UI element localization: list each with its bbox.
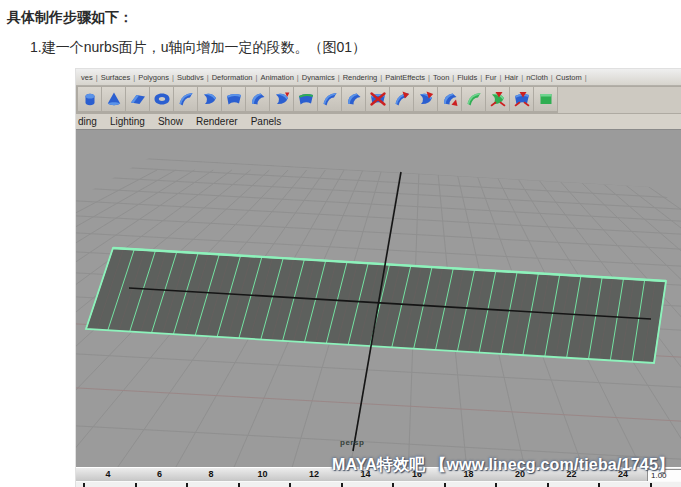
nurbs-cylinder-icon[interactable] bbox=[78, 87, 101, 111]
planar-icon[interactable] bbox=[222, 87, 245, 111]
offset-surfaces-icon[interactable] bbox=[534, 87, 557, 111]
shelf-tab-bar: ves|Surfaces|Polygons|Subdivs|Deformatio… bbox=[76, 69, 681, 86]
shelf-tab-animation[interactable]: Animation bbox=[257, 73, 296, 82]
shelf-tab-fluids[interactable]: Fluids bbox=[454, 73, 480, 82]
extrude-icon[interactable] bbox=[246, 87, 269, 111]
camera-label: persp bbox=[340, 438, 364, 447]
timeline-tick bbox=[392, 483, 394, 487]
panel-menu-lighting[interactable]: Lighting bbox=[110, 116, 145, 127]
shelf-tab-toon[interactable]: Toon bbox=[430, 73, 452, 82]
timeline-tick bbox=[135, 483, 137, 487]
frame-number-12: 12 bbox=[309, 469, 319, 479]
frame-number-10: 10 bbox=[257, 469, 267, 479]
timeline-tick bbox=[495, 483, 497, 487]
align-surfaces-icon[interactable] bbox=[342, 87, 365, 111]
project-curve-icon[interactable] bbox=[414, 87, 437, 111]
frame-number-8: 8 bbox=[208, 469, 213, 479]
shelf-tab-painteffects[interactable]: PaintEffects bbox=[382, 73, 428, 82]
panel-menu-bar: dingLightingShowRendererPanels bbox=[76, 114, 681, 130]
shelf-tab-surfaces[interactable]: Surfaces bbox=[98, 73, 134, 82]
shelf-tab-hair[interactable]: Hair bbox=[501, 73, 521, 82]
timeline-tick bbox=[186, 483, 188, 487]
timeline-tick bbox=[238, 483, 240, 487]
shelf-icon-bar bbox=[76, 86, 681, 114]
insert-isoparms-icon[interactable] bbox=[486, 87, 509, 111]
maya-screenshot: ves|Surfaces|Polygons|Subdivs|Deformatio… bbox=[75, 68, 681, 487]
panel-menu-renderer[interactable]: Renderer bbox=[196, 116, 238, 127]
timeline-tick bbox=[547, 483, 549, 487]
shelf-tab-polygons[interactable]: Polygons bbox=[135, 73, 172, 82]
nurbs-cone-icon[interactable] bbox=[102, 87, 125, 111]
shelf-tab-deformation[interactable]: Deformation bbox=[209, 73, 256, 82]
shelf-tab-custom[interactable]: Custom bbox=[553, 73, 585, 82]
timeline-tick bbox=[444, 483, 446, 487]
tab-separator: | bbox=[585, 73, 587, 82]
timeline-tick bbox=[83, 483, 85, 487]
frame-number-4: 4 bbox=[105, 469, 110, 479]
shelf-tab-rendering[interactable]: Rendering bbox=[340, 73, 381, 82]
detach-surfaces-icon[interactable] bbox=[438, 87, 461, 111]
frame-number-6: 6 bbox=[157, 469, 162, 479]
shelf-tab-fur[interactable]: Fur bbox=[482, 73, 499, 82]
timeline-tick bbox=[650, 483, 652, 487]
timeline-tick bbox=[598, 483, 600, 487]
article-step-text: 1.建一个nurbs面片，u轴向增加一定的段数。（图01） bbox=[30, 39, 681, 57]
revolve-icon[interactable] bbox=[174, 87, 197, 111]
shelf-tab-dynamics[interactable]: Dynamics bbox=[299, 73, 338, 82]
shelf-tab-ves[interactable]: ves bbox=[78, 73, 96, 82]
panel-menu-ding[interactable]: ding bbox=[78, 116, 97, 127]
nurbs-torus-icon[interactable] bbox=[150, 87, 173, 111]
range-slider[interactable] bbox=[76, 481, 681, 487]
birail-icon[interactable] bbox=[270, 87, 293, 111]
viewport-canvas bbox=[76, 130, 681, 467]
shelf-tab-subdivs[interactable]: Subdivs bbox=[174, 73, 207, 82]
panel-menu-show[interactable]: Show bbox=[158, 116, 183, 127]
shelf-tab-ncloth[interactable]: nCloth bbox=[523, 73, 551, 82]
timeline-tick bbox=[289, 483, 291, 487]
nurbs-plane-icon[interactable] bbox=[126, 87, 149, 111]
open-close-surfaces-icon[interactable] bbox=[462, 87, 485, 111]
article-heading: 具体制作步骤如下： bbox=[7, 9, 681, 27]
loft-icon[interactable] bbox=[198, 87, 221, 111]
perspective-viewport[interactable]: persp bbox=[76, 130, 681, 467]
attach-surfaces-icon[interactable] bbox=[318, 87, 341, 111]
shelf-empty-space bbox=[558, 87, 681, 113]
boundary-icon[interactable] bbox=[294, 87, 317, 111]
timeline-tick bbox=[341, 483, 343, 487]
panel-menu-panels[interactable]: Panels bbox=[251, 116, 282, 127]
extend-surfaces-icon[interactable] bbox=[510, 87, 533, 111]
watermark-text: MAYA特效吧 【www.linecg.com/tieba/1745】 bbox=[332, 455, 681, 476]
untrim-surfaces-icon[interactable] bbox=[390, 87, 413, 111]
trim-tool-icon[interactable] bbox=[366, 87, 389, 111]
